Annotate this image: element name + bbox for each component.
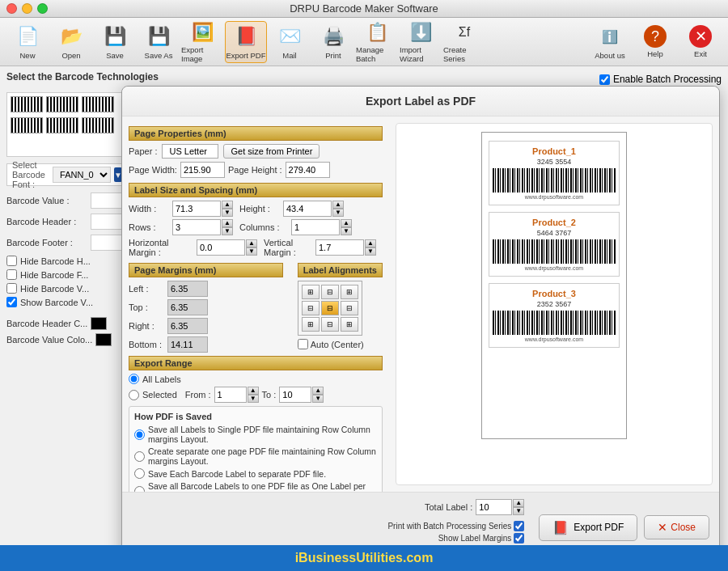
height-down-btn[interactable]: ▼ xyxy=(332,209,344,217)
pdf-option1-radio[interactable] xyxy=(134,429,145,440)
total-down-btn[interactable]: ▼ xyxy=(513,507,524,515)
horiz-margin-input[interactable] xyxy=(197,239,245,256)
align-top-right-btn[interactable]: ⊞ xyxy=(341,285,358,299)
toolbar-new[interactable]: 📄 New xyxy=(6,21,49,63)
page-height-input[interactable] xyxy=(286,162,330,178)
left-margin-input[interactable] xyxy=(167,281,208,297)
close-window-btn[interactable] xyxy=(6,3,17,14)
toolbar-open[interactable]: 📂 Open xyxy=(50,21,92,63)
barcode-icon-3 xyxy=(82,96,114,112)
width-down-btn[interactable]: ▼ xyxy=(222,209,233,217)
all-labels-radio[interactable] xyxy=(129,374,139,384)
preview-label2-numbers: 5464 3767 xyxy=(493,229,616,237)
from-up-btn[interactable]: ▲ xyxy=(248,387,259,395)
align-mid-left-btn[interactable]: ⊟ xyxy=(302,301,320,315)
toolbar-export-pdf[interactable]: 📕 Export PDF xyxy=(225,21,267,63)
vert-margin-down-btn[interactable]: ▼ xyxy=(365,247,376,256)
rows-down-btn[interactable]: ▼ xyxy=(222,227,233,235)
horiz-margin-up-btn[interactable]: ▲ xyxy=(246,239,257,247)
vert-margin-up-btn[interactable]: ▲ xyxy=(365,239,376,247)
align-row-1: ⊞ ⊟ ⊞ xyxy=(302,285,358,299)
toolbar-exit[interactable]: ✕ Exit xyxy=(679,21,722,63)
width-up-btn[interactable]: ▲ xyxy=(222,201,233,209)
top-margin-input[interactable] xyxy=(167,299,208,315)
pdf-option3-radio[interactable] xyxy=(134,468,145,479)
header-color-swatch[interactable] xyxy=(91,317,107,330)
columns-up-btn[interactable]: ▲ xyxy=(341,219,352,227)
dialog-body: Page Properties (mm) Paper : US Letter G… xyxy=(122,116,719,492)
align-mid-right-btn[interactable]: ⊟ xyxy=(341,301,358,315)
align-top-center-btn[interactable]: ⊟ xyxy=(321,285,339,299)
pdf-option2-radio[interactable] xyxy=(134,451,145,462)
to-down-btn[interactable]: ▼ xyxy=(312,395,324,403)
maximize-window-btn[interactable] xyxy=(37,3,48,14)
auto-center-checkbox[interactable] xyxy=(298,339,308,349)
horiz-margin-down-btn[interactable]: ▼ xyxy=(246,247,257,256)
toolbar-help-label: Help xyxy=(647,49,663,58)
to-input[interactable] xyxy=(279,387,311,403)
columns-down-btn[interactable]: ▼ xyxy=(341,227,352,235)
align-mid-center-btn[interactable]: ⊟ xyxy=(321,301,339,315)
toolbar-create-series[interactable]: Σf Create Series xyxy=(443,21,485,63)
hide-footer-checkbox[interactable] xyxy=(6,269,17,280)
vert-margin-input[interactable] xyxy=(315,239,364,256)
columns-input[interactable] xyxy=(291,219,340,235)
font-select[interactable]: FANN_0 xyxy=(53,167,111,183)
height-up-btn[interactable]: ▲ xyxy=(332,201,344,209)
from-down-btn[interactable]: ▼ xyxy=(248,395,259,403)
preview-barcode-2 xyxy=(493,239,616,264)
align-bot-center-btn[interactable]: ⊟ xyxy=(321,317,339,332)
from-label: From : xyxy=(185,390,211,400)
toolbar-import-wizard[interactable]: ⬇️ Import Wizard xyxy=(400,21,442,63)
toolbar-export-pdf-label: Export PDF xyxy=(226,51,265,60)
toolbar-save-as[interactable]: 💾 Save As xyxy=(138,21,180,63)
get-size-btn[interactable]: Get size from Printer xyxy=(223,144,320,159)
toolbar-save-label: Save xyxy=(106,51,124,60)
rows-input[interactable] xyxy=(172,219,221,235)
select-barcode-label: Select the Barcode Technologies xyxy=(6,71,159,82)
right-label: Right : xyxy=(129,321,165,331)
how-pdf-title: How PDF is Saved xyxy=(134,412,377,421)
right-margin-input[interactable] xyxy=(167,318,208,334)
print-batch-checkbox[interactable] xyxy=(514,521,524,531)
hide-header-checkbox[interactable] xyxy=(6,256,17,266)
toolbar-mail[interactable]: ✉️ Mail xyxy=(269,21,311,63)
bottom-margin-input[interactable] xyxy=(167,336,208,353)
toolbar-save[interactable]: 💾 Save xyxy=(94,21,136,63)
minimize-window-btn[interactable] xyxy=(22,3,32,14)
export-pdf-btn[interactable]: 📕 Export PDF xyxy=(539,514,637,541)
preview-barcode-3 xyxy=(493,311,616,335)
page-properties-header: Page Properties (mm) xyxy=(129,126,383,141)
to-up-btn[interactable]: ▲ xyxy=(312,387,324,395)
paper-value: US Letter xyxy=(162,144,218,159)
brand-bar: iBusinessUtilities.com xyxy=(0,545,728,571)
toolbar-export-image[interactable]: 🖼️ Export Image xyxy=(181,21,223,63)
align-top-left-btn[interactable]: ⊞ xyxy=(302,285,320,299)
close-btn[interactable]: ✕ Close xyxy=(644,515,709,539)
show-value-checkbox[interactable] xyxy=(6,297,17,307)
toolbar-manage-batch-label: Manage Batch xyxy=(356,45,398,63)
toolbar-about[interactable]: ℹ️ About us xyxy=(589,21,631,63)
height-input[interactable] xyxy=(283,201,332,217)
pdf-option4-radio[interactable] xyxy=(134,486,145,493)
align-bot-right-btn[interactable]: ⊞ xyxy=(341,317,358,332)
show-margins-row: Show Label Margins xyxy=(438,533,525,544)
toolbar-help[interactable]: ? Help xyxy=(634,21,676,63)
toolbar-manage-batch[interactable]: 📋 Manage Batch xyxy=(356,21,398,63)
toolbar-print[interactable]: 🖨️ Print xyxy=(312,21,354,63)
preview-url-2: www.drpusoftware.com xyxy=(493,265,616,271)
value-color-swatch[interactable] xyxy=(95,333,112,346)
total-up-btn[interactable]: ▲ xyxy=(513,499,524,507)
align-bot-left-btn[interactable]: ⊞ xyxy=(302,317,320,332)
selected-radio[interactable] xyxy=(129,390,139,400)
hide-value-checkbox[interactable] xyxy=(6,283,17,294)
page-width-input[interactable] xyxy=(180,162,225,178)
rows-up-btn[interactable]: ▲ xyxy=(222,219,233,227)
pdf-option2-row: Create separate one page PDF file mainta… xyxy=(134,446,377,466)
total-label-input[interactable] xyxy=(476,499,512,515)
width-input[interactable] xyxy=(172,201,221,217)
show-margins-checkbox[interactable] xyxy=(514,533,524,544)
enable-batch-checkbox[interactable] xyxy=(599,74,610,85)
from-input[interactable] xyxy=(214,387,247,403)
preview-panel: Product_1 3245 3554 www.drpusoftware.com… xyxy=(396,123,713,485)
